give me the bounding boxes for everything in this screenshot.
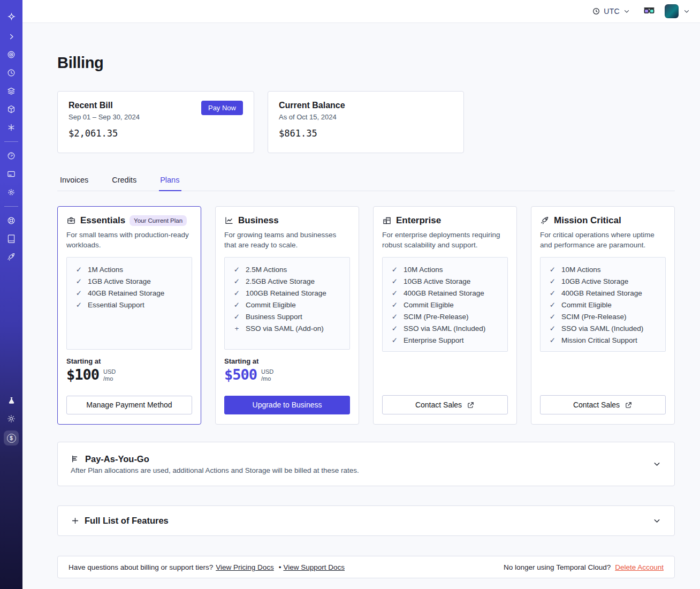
full-features-title: Full List of Features: [85, 516, 169, 526]
feature-label: Commit Eligible: [246, 299, 296, 311]
full-features-accordion[interactable]: Full List of Features: [57, 505, 675, 536]
check-icon: ✓: [549, 335, 556, 346]
briefcase-icon: [66, 216, 76, 225]
user-avatar[interactable]: [665, 4, 679, 18]
theme-sun-icon[interactable]: [4, 411, 19, 426]
check-icon: ✓: [75, 276, 82, 288]
sidebar-nav: $: [0, 0, 22, 589]
plan-name: Essentials: [80, 215, 125, 226]
plan-feature: ✓40GB Retained Storage: [75, 288, 186, 299]
feature-label: 400GB Retained Storage: [404, 288, 484, 299]
feature-label: 2.5M Actions: [246, 264, 287, 276]
feature-label: 1GB Active Storage: [88, 276, 151, 288]
plan-description: For critical operations where uptime and…: [540, 230, 666, 250]
check-icon: ✓: [391, 299, 398, 311]
footer-question: Have questions about billing or support …: [69, 563, 213, 571]
plan-feature: ✓400GB Retained Storage: [549, 288, 660, 299]
timezone-label: UTC: [604, 7, 620, 16]
plan-price: $500: [224, 366, 257, 383]
plan-feature: ✓1GB Active Storage: [75, 276, 186, 288]
chevron-down-icon: [652, 459, 661, 469]
topbar: UTC: [22, 0, 700, 23]
check-icon: ✓: [549, 323, 556, 335]
check-icon: ✓: [75, 264, 82, 276]
billing-active-icon[interactable]: $: [4, 431, 19, 445]
check-icon: ✓: [75, 288, 82, 299]
feature-label: 10GB Active Storage: [404, 276, 470, 288]
feature-label: Enterprise Support: [404, 335, 464, 346]
chevron-down-icon: [623, 7, 630, 15]
dollar-icon: $: [7, 434, 16, 443]
plan-feature: ✓Commit Eligible: [233, 299, 344, 311]
nexus-asterisk-icon[interactable]: [4, 120, 19, 135]
tab-invoices[interactable]: Invoices: [60, 172, 88, 191]
pay-as-you-go-accordion[interactable]: Pay-As-You-Go After Plan allocations are…: [57, 442, 675, 486]
contact-sales-button[interactable]: Contact Sales: [382, 395, 508, 414]
view-pricing-docs-link[interactable]: View Pricing Docs: [216, 563, 274, 571]
expand-sidebar-icon[interactable]: [4, 29, 19, 44]
plan-card-mission-critical: Mission Critical For critical operations…: [531, 206, 675, 425]
payg-subtitle: After Plan allocations are used, additio…: [71, 466, 359, 474]
plan-feature: ✓10GB Active Storage: [391, 276, 502, 288]
currency-label: USD: [261, 368, 273, 375]
feature-label: 400GB Retained Storage: [561, 288, 642, 299]
settings-gear-icon[interactable]: [4, 185, 19, 200]
timezone-selector[interactable]: UTC: [592, 7, 630, 16]
check-icon: ✓: [233, 264, 240, 276]
plan-feature-box: ✓10M Actions ✓10GB Active Storage ✓400GB…: [382, 257, 508, 352]
plan-feature: ✓Mission Critical Support: [549, 335, 660, 346]
retro-glasses-icon[interactable]: [643, 7, 655, 16]
billing-card-icon[interactable]: [4, 167, 19, 182]
page-title: Billing: [57, 54, 675, 72]
view-support-docs-link[interactable]: View Support Docs: [283, 563, 345, 571]
feature-label: SCIM (Pre-Release): [561, 311, 627, 323]
footer-bar: Have questions about billing or support …: [57, 556, 675, 578]
current-balance-title: Current Balance: [279, 101, 453, 110]
contact-sales-label: Contact Sales: [573, 401, 620, 409]
namespaces-icon[interactable]: [4, 47, 19, 62]
tab-credits[interactable]: Credits: [112, 172, 136, 191]
buildings-icon: [382, 216, 392, 225]
plan-feature: ✓SSO via SAML (Included): [549, 323, 660, 335]
plan-card-business: Business For growing teams and businesse…: [215, 206, 359, 425]
manage-payment-method-button[interactable]: Manage Payment Method: [66, 396, 192, 414]
plan-feature-box: ✓1M Actions ✓1GB Active Storage ✓40GB Re…: [66, 257, 192, 350]
tab-plans[interactable]: Plans: [160, 172, 179, 191]
temporal-logo-icon[interactable]: [4, 9, 19, 24]
feature-label: 40GB Retained Storage: [88, 288, 164, 299]
contact-sales-button[interactable]: Contact Sales: [540, 395, 666, 414]
plan-feature: ✓2.5M Actions: [233, 264, 344, 276]
plan-feature: ✓SCIM (Pre-Release): [391, 311, 502, 323]
bullet-separator: •: [279, 563, 281, 571]
docs-book-icon[interactable]: [4, 231, 19, 246]
check-icon: ✓: [233, 288, 240, 299]
check-icon: ✓: [549, 276, 556, 288]
workflows-cube-icon[interactable]: [4, 102, 19, 117]
plan-name: Enterprise: [396, 215, 441, 226]
schedules-icon[interactable]: [4, 65, 19, 80]
starting-at-label: Starting at: [66, 357, 192, 365]
deployments-layers-icon[interactable]: [4, 84, 19, 99]
rates-bars-icon: [71, 454, 80, 464]
plan-feature: ✓Enterprise Support: [391, 335, 502, 346]
labs-flask-icon[interactable]: [4, 393, 19, 408]
plan-feature: ✓Commit Eligible: [549, 299, 660, 311]
check-icon: ✓: [391, 335, 398, 346]
support-lifebuoy-icon[interactable]: [4, 213, 19, 228]
check-icon: ✓: [233, 311, 240, 323]
feature-label: 10GB Active Storage: [561, 276, 628, 288]
getting-started-rocket-icon[interactable]: [4, 250, 19, 265]
feature-label: 10M Actions: [404, 264, 443, 276]
plan-feature: ✓Commit Eligible: [391, 299, 502, 311]
contact-sales-label: Contact Sales: [415, 401, 462, 409]
account-chevron-down-icon[interactable]: [683, 7, 690, 15]
pay-now-button[interactable]: Pay Now: [201, 101, 243, 115]
app-window: $ UTC Billing Re: [0, 0, 700, 589]
usage-gauge-icon[interactable]: [4, 148, 19, 163]
delete-account-link[interactable]: Delete Account: [615, 563, 664, 571]
upgrade-to-business-button[interactable]: Upgrade to Business: [224, 396, 350, 414]
check-icon: ✓: [75, 299, 82, 311]
plan-description: For enterprise deployments requiring rob…: [382, 230, 508, 250]
feature-label: Business Support: [246, 311, 302, 323]
plan-feature: ✓SCIM (Pre-Release): [549, 311, 660, 323]
